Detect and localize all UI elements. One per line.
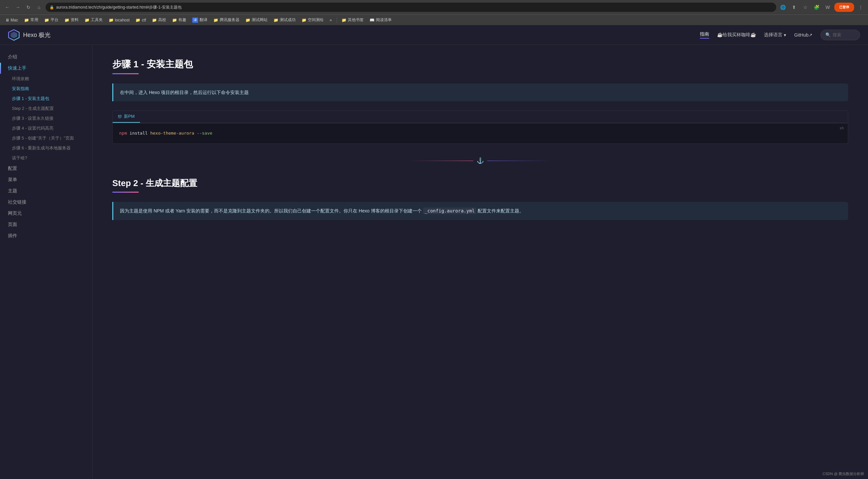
bottom-credit: CSDN @ 爬虫数据分析师 bbox=[823, 471, 864, 476]
code-tab-container: 纱 新PM sh npm install hexo-theme-aurora -… bbox=[112, 110, 848, 144]
bookmark-localhost[interactable]: 📁 locahost bbox=[106, 17, 132, 24]
bookmark-testsite[interactable]: 📁 测试网站 bbox=[243, 16, 270, 24]
extensions-button[interactable]: 🧩 bbox=[812, 3, 821, 12]
sidebar-item-step2[interactable]: Step 2 - 生成主题配置 bbox=[0, 104, 92, 113]
profile-button[interactable]: 已暂停 bbox=[834, 3, 854, 12]
sidebar-item-webmeta[interactable]: 网页元 bbox=[0, 208, 92, 219]
nav-github[interactable]: GitHub↗ bbox=[794, 32, 812, 38]
sidebar-item-page[interactable]: 页面 bbox=[0, 219, 92, 230]
bookmark-reading-label: 阅读清单 bbox=[376, 17, 392, 23]
home-button[interactable]: ⌂ bbox=[34, 3, 43, 12]
refresh-button[interactable]: ↻ bbox=[24, 3, 33, 12]
bookmark-platform-icon: 📁 bbox=[44, 18, 49, 23]
bookmark-common[interactable]: 📁 常用 bbox=[22, 16, 41, 24]
tab-bar: 纱 新PM bbox=[112, 110, 848, 124]
sidebar-item-intro[interactable]: 介绍 bbox=[0, 52, 92, 63]
sidebar-item-install[interactable]: 安装指南 bbox=[0, 84, 92, 94]
section2-title: Step 2 - 生成主题配置 bbox=[112, 177, 848, 189]
bookmark-school[interactable]: 📁 高校 bbox=[149, 16, 169, 24]
bookmark-ctf-label: ctf bbox=[142, 18, 146, 23]
tab-npm[interactable]: 纱 新PM bbox=[113, 111, 140, 123]
browser-chrome: ← → ↻ ⌂ 🔒 aurora.tridiamond.tech/zh/guid… bbox=[0, 0, 868, 25]
bookmark-other-icon: 📁 bbox=[342, 18, 346, 23]
section1-title: 步骤 1 - 安装主题包 bbox=[112, 58, 848, 71]
sidebar-item-step6[interactable]: 步骤 6 - 重新生成与本地服务器 bbox=[0, 143, 92, 153]
bookmark-interesting-icon: 📁 bbox=[172, 18, 177, 23]
bookmark-more[interactable]: » bbox=[327, 17, 335, 24]
nav-coffee[interactable]: ☕给我买杯咖啡☕ bbox=[717, 32, 756, 38]
share-button[interactable]: ⬆ bbox=[789, 3, 799, 12]
bookmark-mac[interactable]: 🖥 Mac bbox=[3, 17, 21, 24]
bookmark-common-label: 常用 bbox=[30, 17, 38, 23]
bookmark-space-icon: 📁 bbox=[302, 18, 307, 23]
bookmark-tools[interactable]: 📁 工具夹 bbox=[82, 16, 105, 24]
bookmark-tools-label: 工具夹 bbox=[91, 17, 103, 23]
search-box[interactable]: 🔍 搜索 bbox=[820, 30, 860, 40]
bookmark-interesting-label: 有趣 bbox=[178, 17, 186, 23]
bookmark-ctf[interactable]: 📁 ctf bbox=[133, 17, 149, 24]
sidebar-item-step4[interactable]: 步骤 4 - 设置代码高亮 bbox=[0, 124, 92, 133]
config-filename-code: _config.aurora.yml bbox=[423, 207, 476, 214]
sidebar-item-theme[interactable]: 主题 bbox=[0, 185, 92, 197]
bookmark-ctf-icon: 📁 bbox=[135, 18, 141, 23]
main-content: 介绍 快速上手 环境依赖 安装指南 步骤 1 - 安装主题包 Step 2 - … bbox=[0, 45, 868, 479]
divider-line-left bbox=[407, 161, 473, 161]
sidebar-item-menu[interactable]: 菜单 bbox=[0, 174, 92, 185]
sidebar-item-step3[interactable]: 步骤 3 - 设置永久链接 bbox=[0, 113, 92, 124]
site-header: Hexo 极光 指南 ☕给我买杯咖啡☕ 选择语言 ▾ GitHub↗ 🔍 搜索 bbox=[0, 25, 868, 45]
bookmark-testsuccess[interactable]: 📁 测试成功 bbox=[271, 16, 298, 24]
back-button[interactable]: ← bbox=[3, 3, 12, 12]
bookmark-interesting[interactable]: 📁 有趣 bbox=[169, 16, 189, 24]
bookmark-reading[interactable]: 📖 阅读清单 bbox=[367, 16, 394, 24]
lock-icon: 🔒 bbox=[50, 5, 54, 9]
bookmark-divider bbox=[337, 18, 337, 23]
sidebar-item-config[interactable]: 配置 bbox=[0, 163, 92, 174]
bookmark-button[interactable]: ☆ bbox=[801, 3, 810, 12]
bookmark-space-label: 空间测绘 bbox=[308, 17, 324, 23]
bookmark-mac-label: Mac bbox=[10, 18, 18, 23]
bookmark-tencent-label: 腾讯服务器 bbox=[220, 17, 240, 23]
bookmarks-bar: 🖥 Mac 📁 常用 📁 平台 📁 资料 📁 工具夹 📁 locahost 📁 … bbox=[0, 14, 868, 25]
sidebar-item-quickstart-wrapper: 快速上手 bbox=[0, 63, 92, 74]
bookmark-space[interactable]: 📁 空间测绘 bbox=[299, 16, 326, 24]
sidebar-item-social[interactable]: 社交链接 bbox=[0, 197, 92, 208]
sidebar-item-env[interactable]: 环境依赖 bbox=[0, 74, 92, 84]
bookmark-data-label: 资料 bbox=[71, 17, 79, 23]
bookmark-common-icon: 📁 bbox=[24, 18, 29, 23]
browser-toolbar: ← → ↻ ⌂ 🔒 aurora.tridiamond.tech/zh/guid… bbox=[0, 0, 868, 14]
chevron-down-icon: ▾ bbox=[784, 32, 786, 38]
bookmark-platform[interactable]: 📁 平台 bbox=[42, 16, 61, 24]
bookmark-translate[interactable]: 译 翻译 bbox=[190, 16, 210, 24]
profile-extension-button[interactable]: W bbox=[823, 3, 832, 12]
sidebar-item-plugin[interactable]: 插件 bbox=[0, 230, 92, 241]
address-bar[interactable]: 🔒 aurora.tridiamond.tech/zh/guide/gettin… bbox=[45, 3, 776, 12]
bottom-credit-text: CSDN @ 爬虫数据分析师 bbox=[823, 471, 864, 476]
toolbar-actions: 🌐 ⬆ ☆ 🧩 W 已暂停 ⋮ bbox=[778, 3, 865, 12]
bookmark-localhost-label: locahost bbox=[115, 18, 130, 23]
bookmark-testsite-icon: 📁 bbox=[245, 18, 250, 23]
bookmark-tencent[interactable]: 📁 腾讯服务器 bbox=[211, 16, 242, 24]
nav-buttons: ← → ↻ ⌂ bbox=[3, 3, 43, 12]
nav-language[interactable]: 选择语言 ▾ bbox=[764, 32, 786, 38]
nav-language-label: 选择语言 bbox=[764, 32, 782, 38]
menu-button[interactable]: ⋮ bbox=[856, 3, 865, 12]
sidebar-item-step5[interactable]: 步骤 5 - 创建"关于（关于）"页面 bbox=[0, 133, 92, 143]
bookmark-translate-badge: 译 bbox=[192, 18, 198, 23]
yarn-icon: 纱 bbox=[118, 114, 122, 119]
sidebar-item-step1[interactable]: 步骤 1 - 安装主题包 bbox=[0, 94, 92, 104]
code-content: npm install hexo-theme-aurora --save bbox=[119, 130, 841, 137]
sidebar-item-whatnow[interactable]: 该干啥? bbox=[0, 153, 92, 163]
site-logo: Hexo 极光 bbox=[8, 29, 51, 41]
sidebar-item-quickstart[interactable]: 快速上手 bbox=[0, 63, 92, 74]
nav-guide[interactable]: 指南 bbox=[700, 31, 709, 39]
translate-button[interactable]: 🌐 bbox=[778, 3, 787, 12]
bookmark-other[interactable]: 📁 其他书签 bbox=[339, 16, 366, 24]
section1-infobox: 在中间，进入 Hexo 项目的根目录，然后运行以下命令安装主题 bbox=[112, 83, 848, 101]
tab-row: 纱 新PM bbox=[113, 111, 848, 123]
bookmark-testsuccess-label: 测试成功 bbox=[280, 17, 296, 23]
forward-button[interactable]: → bbox=[13, 3, 23, 12]
nav-github-label: GitHub↗ bbox=[794, 32, 812, 38]
search-icon: 🔍 bbox=[826, 32, 831, 37]
bookmark-data[interactable]: 📁 资料 bbox=[62, 16, 81, 24]
bookmark-platform-label: 平台 bbox=[51, 17, 58, 23]
